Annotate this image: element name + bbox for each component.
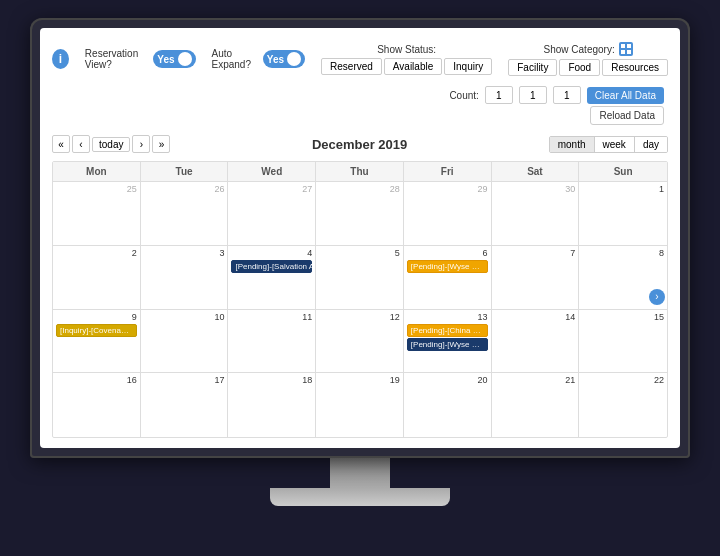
monitor-stand-base bbox=[270, 488, 450, 506]
date-dec21: 21 bbox=[495, 375, 576, 385]
cal-header-wed: Wed bbox=[228, 162, 316, 181]
count-row: Count: Clear All Data bbox=[52, 86, 668, 104]
reservation-view-group: Reservation View? Yes bbox=[85, 48, 196, 70]
date-dec3: 3 bbox=[144, 248, 225, 258]
cal-cell-dec13: 13 [Pending]-[China King-2019 Company Ev… bbox=[404, 310, 492, 373]
date-dec13: 13 bbox=[407, 312, 488, 322]
date-nov28: 28 bbox=[319, 184, 400, 194]
cal-cell-dec10: 10 bbox=[141, 310, 229, 373]
cal-header-tue: Tue bbox=[141, 162, 229, 181]
svg-rect-3 bbox=[627, 50, 631, 54]
date-nov27: 27 bbox=[231, 184, 312, 194]
date-nov30: 30 bbox=[495, 184, 576, 194]
event-salvation-army[interactable]: [Pending]-[Salvation Army-2019 Winter Ev… bbox=[231, 260, 312, 273]
category-btn-resources[interactable]: Resources bbox=[602, 59, 668, 76]
cal-header-sat: Sat bbox=[492, 162, 580, 181]
cal-week-2: 2 3 4 [Pending]-[Salvation Army-2019 Win… bbox=[53, 246, 667, 310]
screen: i Reservation View? Yes Auto Expand? Yes bbox=[40, 28, 680, 448]
arrow-right-dec8[interactable]: › bbox=[649, 289, 665, 305]
date-dec12: 12 bbox=[319, 312, 400, 322]
view-btn-month[interactable]: month bbox=[550, 137, 595, 152]
calendar-grid: Mon Tue Wed Thu Fri Sat Sun 25 26 27 bbox=[52, 161, 668, 438]
cal-cell-dec17: 17 bbox=[141, 373, 229, 437]
cal-cell-dec5: 5 bbox=[316, 246, 404, 309]
toggle-circle-2 bbox=[287, 52, 301, 66]
nav-next-next-button[interactable]: » bbox=[152, 135, 170, 153]
info-icon[interactable]: i bbox=[52, 49, 69, 69]
status-btn-inquiry[interactable]: Inquiry bbox=[444, 58, 492, 75]
app-container: i Reservation View? Yes Auto Expand? Yes bbox=[40, 28, 680, 448]
cal-cell-dec2: 2 bbox=[53, 246, 141, 309]
date-dec20: 20 bbox=[407, 375, 488, 385]
cal-header-thu: Thu bbox=[316, 162, 404, 181]
date-dec18: 18 bbox=[231, 375, 312, 385]
show-category-group: Show Category: Facility Food Resources bbox=[508, 42, 668, 76]
date-dec22: 22 bbox=[582, 375, 664, 385]
event-covenant-presbyterian[interactable]: [Inquiry]-[Covenant Presbyterian Church-… bbox=[56, 324, 137, 337]
view-btn-week[interactable]: week bbox=[595, 137, 635, 152]
nav-prev-button[interactable]: ‹ bbox=[72, 135, 90, 153]
clear-all-data-button[interactable]: Clear All Data bbox=[587, 87, 664, 104]
nav-today-button[interactable]: today bbox=[92, 137, 130, 152]
cal-cell-nov25: 25 bbox=[53, 182, 141, 245]
date-dec14: 14 bbox=[495, 312, 576, 322]
status-btn-available[interactable]: Available bbox=[384, 58, 442, 75]
view-btn-day[interactable]: day bbox=[635, 137, 667, 152]
monitor-stand-neck bbox=[330, 458, 390, 488]
svg-rect-2 bbox=[621, 50, 625, 54]
date-dec5: 5 bbox=[319, 248, 400, 258]
cal-header-fri: Fri bbox=[404, 162, 492, 181]
date-dec17: 17 bbox=[144, 375, 225, 385]
date-dec7: 7 bbox=[495, 248, 576, 258]
cal-cell-nov29: 29 bbox=[404, 182, 492, 245]
cal-cell-nov27: 27 bbox=[228, 182, 316, 245]
date-dec15: 15 bbox=[582, 312, 664, 322]
cal-cell-nov28: 28 bbox=[316, 182, 404, 245]
cal-cell-nov26: 26 bbox=[141, 182, 229, 245]
date-nov26: 26 bbox=[144, 184, 225, 194]
cal-cell-dec3: 3 bbox=[141, 246, 229, 309]
cal-cell-dec18: 18 bbox=[228, 373, 316, 437]
reload-data-button[interactable]: Reload Data bbox=[590, 106, 664, 125]
cal-header-sun: Sun bbox=[579, 162, 667, 181]
category-btn-food[interactable]: Food bbox=[559, 59, 600, 76]
date-dec4: 4 bbox=[231, 248, 312, 258]
cal-week-3: 9 [Inquiry]-[Covenant Presbyterian Churc… bbox=[53, 310, 667, 374]
reload-row: Reload Data bbox=[52, 106, 668, 125]
auto-expand-label: Auto Expand? bbox=[212, 48, 257, 70]
reservation-view-label: Reservation View? bbox=[85, 48, 147, 70]
event-wyse-enterprises[interactable]: [Pending]-[Wyse Enterprises-2019 Company… bbox=[407, 260, 488, 273]
nav-prev-prev-button[interactable]: « bbox=[52, 135, 70, 153]
date-dec16: 16 bbox=[56, 375, 137, 385]
cal-cell-dec15: 15 bbox=[579, 310, 667, 373]
nav-next-button[interactable]: › bbox=[132, 135, 150, 153]
cal-cell-dec1: 1 bbox=[579, 182, 667, 245]
date-dec19: 19 bbox=[319, 375, 400, 385]
count-input-1[interactable] bbox=[485, 86, 513, 104]
count-input-2[interactable] bbox=[519, 86, 547, 104]
category-buttons: Facility Food Resources bbox=[508, 59, 668, 76]
controls-row: i Reservation View? Yes Auto Expand? Yes bbox=[52, 38, 668, 80]
show-category-header: Show Category: bbox=[544, 42, 633, 56]
date-nov29: 29 bbox=[407, 184, 488, 194]
cal-cell-dec14: 14 bbox=[492, 310, 580, 373]
monitor-bezel: i Reservation View? Yes Auto Expand? Yes bbox=[30, 18, 690, 458]
count-label: Count: bbox=[449, 90, 478, 101]
cal-cell-nov30: 30 bbox=[492, 182, 580, 245]
auto-expand-toggle[interactable]: Yes bbox=[263, 50, 305, 68]
date-dec1: 1 bbox=[582, 184, 664, 194]
reservation-view-toggle[interactable]: Yes bbox=[153, 50, 195, 68]
svg-rect-1 bbox=[627, 44, 631, 48]
event-china-king[interactable]: [Pending]-[China King-2019 Company Event… bbox=[407, 324, 488, 337]
show-category-label: Show Category: bbox=[544, 44, 615, 55]
status-btn-reserved[interactable]: Reserved bbox=[321, 58, 382, 75]
show-status-label: Show Status: bbox=[377, 44, 436, 55]
count-input-3[interactable] bbox=[553, 86, 581, 104]
date-nov25: 25 bbox=[56, 184, 137, 194]
event-wyse-family[interactable]: [Pending]-[Wyse Family - Dwight Wyse-201… bbox=[407, 338, 488, 351]
reservation-view-value: Yes bbox=[157, 54, 174, 65]
calendar-nav: « ‹ today › » December 2019 month week d… bbox=[52, 131, 668, 155]
category-btn-facility[interactable]: Facility bbox=[508, 59, 557, 76]
date-dec2: 2 bbox=[56, 248, 137, 258]
calendar-title: December 2019 bbox=[312, 137, 407, 152]
